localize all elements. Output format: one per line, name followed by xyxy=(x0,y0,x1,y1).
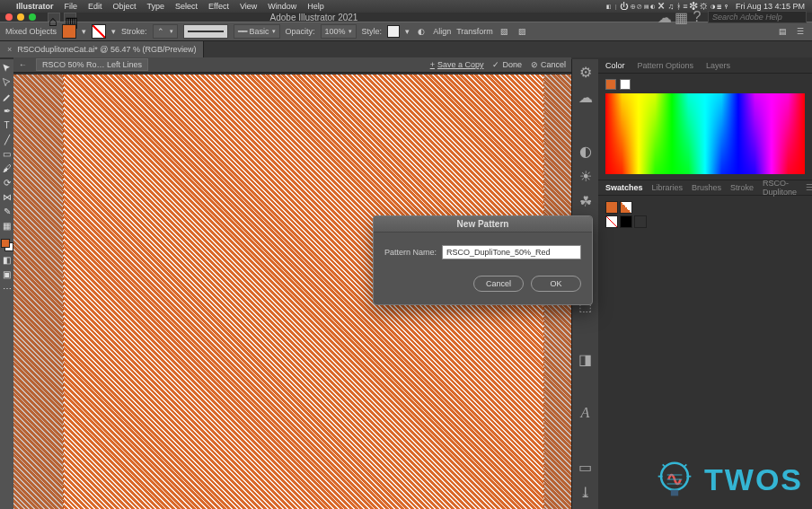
gradient-tool[interactable]: ▦ xyxy=(1,219,13,232)
transform-label[interactable]: Transform xyxy=(456,27,493,36)
type-tool[interactable]: T xyxy=(1,118,13,131)
save-a-copy-button[interactable]: + Save a Copy xyxy=(430,60,484,69)
pattern-name-input[interactable] xyxy=(442,245,581,259)
edit-toolbar[interactable]: ⋯ xyxy=(1,282,13,294)
transparency-panel-icon[interactable]: ◨ xyxy=(578,352,593,366)
document-tab[interactable]: × RSCOduplitoneCat.ai* @ 56.47 % (RGB/Pr… xyxy=(0,41,204,57)
pattern-edit-bar: ← RSCO 50% Ro… Left Lines + Save a Copy … xyxy=(13,57,571,73)
style-swatch[interactable] xyxy=(387,25,400,38)
style-caret[interactable]: ▾ xyxy=(405,27,410,36)
dialog-cancel-button[interactable]: Cancel xyxy=(473,276,524,292)
window-close-button[interactable] xyxy=(5,13,13,21)
swatch[interactable] xyxy=(620,201,632,214)
recolor-icon[interactable]: ◐ xyxy=(415,25,428,38)
menu-type[interactable]: Type xyxy=(147,2,165,11)
dock-icon[interactable]: ▤ xyxy=(776,25,789,38)
menu-help[interactable]: Help xyxy=(307,2,324,11)
color-panel-tabs: Color Pattern Options Layers xyxy=(598,57,812,74)
app-name[interactable]: Illustrator xyxy=(16,2,54,11)
color-stroke-indicator[interactable] xyxy=(620,79,631,90)
color-tab[interactable]: Color xyxy=(605,61,625,70)
selection-tool[interactable] xyxy=(1,61,13,74)
pattern-options-tab[interactable]: Pattern Options xyxy=(638,61,694,70)
menu-file[interactable]: File xyxy=(65,2,78,11)
swatch[interactable] xyxy=(605,201,618,214)
cloud-icon[interactable]: ☁ xyxy=(659,12,670,22)
menu-effect[interactable]: Effect xyxy=(208,2,229,11)
dialog-ok-button[interactable]: OK xyxy=(531,276,581,292)
help-icon[interactable]: ? xyxy=(692,12,702,22)
breadcrumb[interactable]: RSCO 50% Ro… Left Lines xyxy=(36,58,148,71)
done-button[interactable]: ✓ Done xyxy=(492,60,522,69)
brush-definition[interactable]: ━━ Basic ▾ xyxy=(234,24,280,39)
character-panel-icon[interactable]: A xyxy=(578,406,593,420)
window-zoom-button[interactable] xyxy=(29,13,36,21)
rotate-tool[interactable]: ⟳ xyxy=(1,176,13,189)
rsco-duplitone-tab[interactable]: RSCO-Duplitone xyxy=(763,179,797,197)
layout-icon[interactable]: ▥ xyxy=(64,13,76,22)
app-title: Adobe Illustrator 2021 xyxy=(81,13,655,22)
menu-edit[interactable]: Edit xyxy=(88,2,102,11)
appearance-panel-icon[interactable]: ◐ xyxy=(578,144,593,158)
curvature-tool[interactable]: ✒ xyxy=(1,104,13,117)
swatch-none[interactable] xyxy=(605,215,618,228)
artboards-panel-icon[interactable]: ▭ xyxy=(578,460,593,474)
libraries-panel-icon[interactable]: ☁ xyxy=(578,90,593,104)
stroke-dropdown-caret[interactable]: ▾ xyxy=(111,27,116,36)
document-tabs: × RSCOduplitoneCat.ai* @ 56.47 % (RGB/Pr… xyxy=(0,41,812,57)
swatches-panel xyxy=(598,196,812,235)
fill-dropdown-caret[interactable]: ▾ xyxy=(82,27,86,36)
stroke-weight-input[interactable]: ⌃▾ xyxy=(153,24,178,39)
window-minimize-button[interactable] xyxy=(17,13,24,21)
line-tool[interactable]: ╱ xyxy=(1,133,13,145)
menu-select[interactable]: Select xyxy=(175,2,198,11)
color-spectrum[interactable] xyxy=(605,93,805,174)
back-arrow-icon[interactable]: ← xyxy=(19,60,27,69)
direct-select-tool[interactable] xyxy=(1,75,13,88)
isolate-icon[interactable]: ▧ xyxy=(499,25,511,38)
symbols-panel-icon[interactable]: ☘ xyxy=(578,194,593,208)
bulb-icon xyxy=(652,457,697,502)
fill-swatch[interactable] xyxy=(62,24,76,39)
home-icon[interactable]: ⌂ xyxy=(48,13,60,22)
swatch[interactable] xyxy=(620,215,632,228)
stroke-tab[interactable]: Stroke xyxy=(730,183,754,192)
graphic-styles-panel-icon[interactable]: ☀ xyxy=(578,169,593,183)
align-label[interactable]: Align xyxy=(433,27,451,36)
brush-tool[interactable]: 🖌 xyxy=(1,162,13,174)
new-pattern-dialog: New Pattern Pattern Name: Cancel OK xyxy=(373,215,593,305)
stroke-profile[interactable] xyxy=(183,24,228,39)
fill-color-swatch[interactable] xyxy=(1,239,10,248)
rectangle-tool[interactable]: ▭ xyxy=(1,147,13,160)
asset-export-panel-icon[interactable]: ⤓ xyxy=(578,485,593,499)
width-tool[interactable]: ⋈ xyxy=(1,190,13,203)
close-tab-icon[interactable]: × xyxy=(7,45,12,54)
layers-tab[interactable]: Layers xyxy=(706,61,730,70)
libraries-tab[interactable]: Libraries xyxy=(652,183,684,192)
menu-window[interactable]: Window xyxy=(268,2,296,11)
fill-stroke-swatches[interactable] xyxy=(1,239,13,251)
color-fill-indicator[interactable] xyxy=(605,79,616,90)
menubar-clock[interactable]: Fri Aug 13 4:15 PM xyxy=(736,2,805,11)
menu-view[interactable]: View xyxy=(240,2,257,11)
brushes-tab[interactable]: Brushes xyxy=(692,183,721,192)
pen-tool[interactable] xyxy=(1,90,13,102)
drawing-mode[interactable]: ◧ xyxy=(1,253,13,266)
more-icon[interactable]: ☰ xyxy=(794,25,807,38)
list-view-icon[interactable]: ☰ xyxy=(806,183,812,192)
menu-object[interactable]: Object xyxy=(113,2,137,11)
arrange-icon[interactable]: ▦ xyxy=(675,12,686,22)
breadcrumb-item[interactable]: RSCO 50% Ro… Left Lines xyxy=(36,58,148,71)
search-help-input[interactable] xyxy=(708,11,807,23)
opacity-label: Opacity: xyxy=(286,27,315,36)
cancel-edit-button[interactable]: ⊘ Cancel xyxy=(531,60,566,69)
stroke-swatch-none[interactable] xyxy=(92,24,106,39)
dialog-title: New Pattern xyxy=(374,216,592,233)
screen-mode[interactable]: ▣ xyxy=(1,268,13,280)
swatch[interactable] xyxy=(634,215,647,228)
opacity-input[interactable]: 100%▾ xyxy=(321,24,357,39)
eyedropper-tool[interactable]: ✎ xyxy=(1,205,13,217)
clip-icon[interactable]: ▨ xyxy=(516,25,529,38)
swatches-tab[interactable]: Swatches xyxy=(605,183,643,192)
properties-panel-icon[interactable]: ⚙ xyxy=(578,65,593,79)
